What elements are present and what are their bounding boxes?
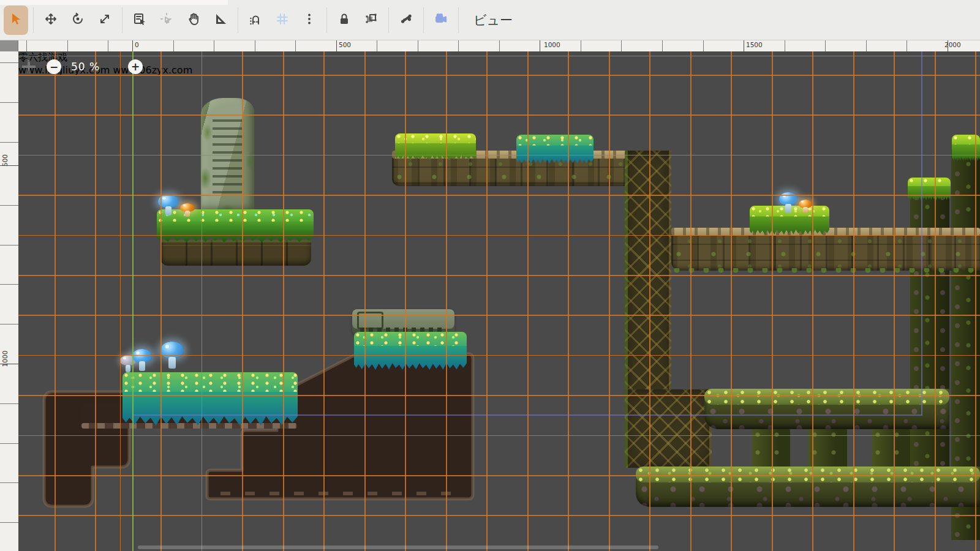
- toolbar-separator: [238, 7, 238, 33]
- grid-snap-button[interactable]: [270, 6, 295, 35]
- drag-move-tool-button[interactable]: [154, 6, 179, 35]
- zoom-out-button[interactable]: −: [47, 59, 61, 74]
- scale-tool-button[interactable]: [92, 6, 117, 35]
- mushroom-stem: [126, 365, 130, 372]
- grass-blades: [157, 222, 314, 243]
- mushroom-stem: [165, 206, 172, 216]
- moss-ridge: [636, 467, 980, 482]
- grass-blades: [952, 144, 980, 162]
- toolbar-separator: [326, 7, 327, 33]
- pan-tool-button[interactable]: [181, 6, 206, 35]
- grass-blades: [354, 346, 467, 371]
- blue-mushroom: [132, 349, 152, 371]
- viewport-canvas[interactable]: − 50 % + 零六找游戏 www.lingliuyx.com www.06z…: [18, 51, 980, 551]
- mushroom-stem: [139, 361, 145, 371]
- ruler-label: 500: [339, 41, 351, 48]
- grass-blades: [750, 216, 829, 235]
- horizontal-scrollbar[interactable]: [138, 545, 658, 549]
- ruler-label: 500: [1, 151, 9, 170]
- list-select-icon: [132, 12, 147, 28]
- tank-hull: [352, 309, 454, 335]
- toolbar-separator: [33, 7, 34, 33]
- teal-grass-tank-platform: [354, 332, 467, 369]
- mushroom-cap: [779, 192, 797, 205]
- watermark-title: 零六找游戏: [18, 51, 980, 64]
- select-tool-button[interactable]: [4, 6, 28, 35]
- zoom-in-button[interactable]: +: [128, 59, 143, 74]
- rotate-icon: [70, 12, 85, 28]
- rotate-tool-button[interactable]: [66, 6, 90, 35]
- right-wall-grass-cap: [908, 178, 951, 200]
- bone-icon: [399, 12, 413, 28]
- group-selected-button[interactable]: [359, 6, 383, 35]
- viewport-right-bound: [921, 51, 922, 415]
- ruler-label: 0: [135, 41, 139, 48]
- ruler-label: 2000: [944, 41, 961, 48]
- grass-blades: [395, 143, 476, 161]
- grid-icon: [275, 12, 290, 28]
- lime-grass-tuft: [395, 133, 476, 159]
- mushroom-stem: [185, 211, 190, 217]
- toolbar-separator: [122, 7, 123, 33]
- level-editor-window: ビュー 0 500 1000 1500 2000 500 1000: [0, 0, 980, 551]
- carved-step-block: [712, 430, 752, 468]
- column-lower-block: [625, 389, 712, 468]
- statue-upper-beam: [671, 228, 980, 271]
- lock-selected-button[interactable]: [332, 6, 356, 35]
- stone-block-row: [160, 240, 311, 266]
- y-axis-line: [132, 51, 134, 551]
- snapping-options-button[interactable]: [297, 6, 322, 35]
- pan-hint-icon: [22, 60, 36, 73]
- editor-toolbar: ビュー: [0, 0, 980, 40]
- grass-blades: [123, 392, 298, 427]
- smart-snap-button[interactable]: [243, 6, 268, 35]
- mushroom-stem: [803, 207, 807, 213]
- temple-face-statue: [761, 269, 873, 392]
- mushroom-stem: [785, 204, 791, 213]
- drag-cursor-icon: [159, 12, 174, 28]
- view-menu-button[interactable]: ビュー: [465, 6, 521, 35]
- orange-mushroom: [180, 203, 195, 217]
- select-arrow-icon: [9, 12, 23, 28]
- mushroom-cap: [158, 195, 179, 208]
- toolbar-separator: [388, 7, 389, 33]
- toolbar-separator: [423, 7, 424, 33]
- move-tool-button[interactable]: [39, 6, 63, 35]
- move-icon: [43, 12, 58, 28]
- support-pillar: [809, 427, 847, 471]
- watermark: 零六找游戏 www.lingliuyx.com www.06zyx.com: [18, 51, 980, 76]
- zoom-value[interactable]: 50 %: [71, 61, 100, 73]
- group-icon: [364, 12, 379, 28]
- ruler-label: 1500: [746, 41, 763, 48]
- toolbar-separator: [458, 7, 459, 33]
- grass-blades: [908, 186, 951, 201]
- right-edge-grass-cap: [952, 135, 980, 160]
- ruler-corner: [0, 40, 18, 51]
- movie-camera-icon: [434, 12, 448, 28]
- blue-mushroom-large: [160, 342, 184, 369]
- tank-turret: [379, 285, 438, 311]
- stone-tank-ruin: [352, 279, 454, 335]
- lock-icon: [337, 12, 352, 28]
- orange-mushroom: [799, 200, 812, 213]
- horizontal-ruler: 0 500 1000 1500 2000: [18, 40, 980, 51]
- vertical-ruler: 500 1000: [0, 51, 18, 551]
- ruler-label: 1000: [544, 41, 560, 48]
- ruler-tool-button[interactable]: [208, 6, 233, 35]
- teal-grass-tuft: [516, 135, 594, 163]
- support-pillar: [752, 427, 790, 471]
- list-select-tool-button[interactable]: [127, 6, 152, 35]
- ruler-label: 1000: [1, 350, 9, 368]
- teal-grass-ledge: [123, 372, 298, 424]
- skeleton-options-button[interactable]: [394, 6, 418, 35]
- statue-lower-beam: [704, 389, 949, 429]
- kebab-menu-icon: [302, 12, 317, 28]
- mushroom-cap: [160, 342, 184, 358]
- support-pillar: [872, 427, 910, 471]
- camera-override-button[interactable]: [429, 6, 453, 35]
- slab-tan-edge: [81, 423, 297, 429]
- magnet-icon: [248, 12, 263, 28]
- blue-mushroom: [779, 192, 797, 213]
- viewport-bottom-bound: [132, 414, 922, 416]
- ruler-triangle-icon: [213, 12, 228, 28]
